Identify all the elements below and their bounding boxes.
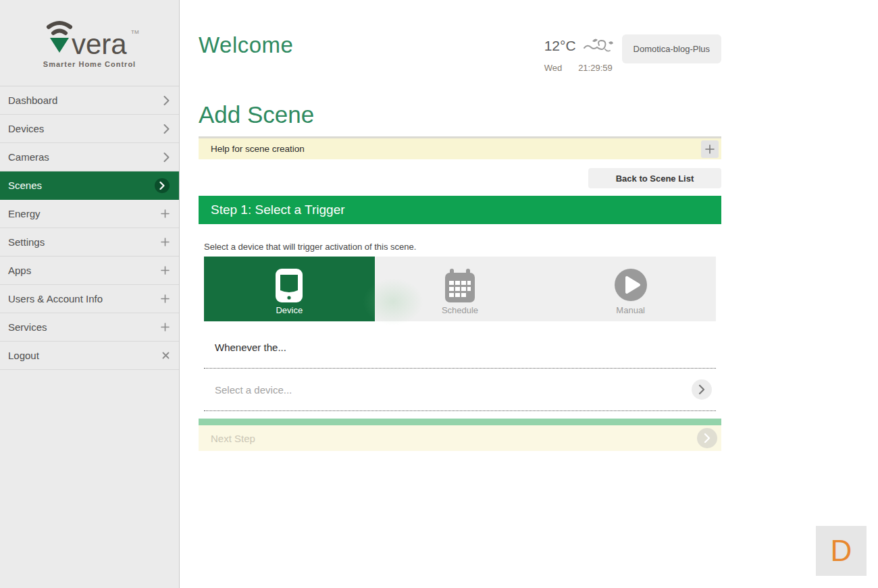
trigger-tile-label: Manual [616, 305, 645, 315]
sidebar-item-label: Apps [8, 265, 31, 276]
sidebar: vera TM Smarter Home Control Dashboard D… [0, 0, 180, 588]
plus-icon [161, 266, 170, 275]
sidebar-item-apps[interactable]: Apps [0, 257, 179, 285]
dotted-divider [204, 410, 716, 411]
step-instruction: Select a device that will trigger activa… [204, 242, 721, 252]
chevron-right-icon [163, 153, 170, 162]
sidebar-item-devices[interactable]: Devices [0, 115, 179, 143]
next-step-label: Next Step [211, 433, 255, 444]
sidebar-item-label: Devices [8, 123, 44, 134]
sidebar-item-label: Dashboard [8, 95, 57, 106]
chevron-right-icon [163, 124, 170, 134]
vera-tm: TM [131, 29, 139, 35]
page-title: Add Scene [199, 101, 721, 128]
sidebar-item-label: Users & Account Info [8, 293, 103, 304]
vera-logo: vera TM Smarter Home Control [0, 0, 179, 86]
sidebar-nav: Dashboard Devices Cameras Scenes Energy [0, 86, 179, 370]
step-header: Step 1: Select a Trigger [199, 196, 721, 224]
user-avatar[interactable]: D [816, 526, 867, 576]
avatar-initial: D [831, 534, 852, 568]
sidebar-item-label: Scenes [8, 180, 42, 191]
sidebar-item-energy[interactable]: Energy [0, 200, 179, 228]
clock-time: 21:29:59 [578, 63, 613, 73]
help-expand-button[interactable] [701, 140, 719, 158]
weather-info: 12°C Wed 21:29:59 [544, 34, 614, 73]
sidebar-item-settings[interactable]: Settings [0, 228, 179, 257]
header: Welcome 12°C Wed [199, 32, 721, 73]
sidebar-item-cameras[interactable]: Cameras [0, 143, 179, 171]
calendar-icon [443, 267, 477, 306]
temperature-value: 12°C [544, 38, 576, 54]
select-device-label: Select a device... [215, 384, 292, 396]
plus-icon [161, 209, 170, 218]
plus-icon [161, 294, 170, 303]
plus-icon [161, 323, 170, 331]
sidebar-item-scenes[interactable]: Scenes [0, 171, 179, 200]
next-step-row[interactable]: Next Step [199, 425, 721, 451]
sidebar-item-label: Energy [8, 208, 41, 219]
help-label: Help for scene creation [211, 144, 305, 154]
vera-tagline: Smarter Home Control [43, 60, 136, 68]
sidebar-item-services[interactable]: Services [0, 313, 179, 342]
chevron-right-circle-icon[interactable] [697, 428, 717, 448]
trigger-tile-schedule[interactable]: Schedule [375, 257, 546, 321]
sidebar-item-label: Services [8, 321, 47, 333]
trigger-type-tiles: Device Schedule [204, 257, 716, 321]
chevron-right-circle-icon [155, 178, 170, 193]
back-row: Back to Scene List [199, 168, 721, 188]
select-device-row[interactable]: Select a device... [204, 369, 716, 410]
vera-logo-icon: vera TM [39, 18, 140, 59]
sidebar-item-label: Cameras [8, 151, 49, 163]
help-bar[interactable]: Help for scene creation [199, 136, 721, 159]
chevron-right-circle-icon[interactable] [692, 379, 712, 400]
weather-widget: 12°C Wed 21:29:59 [544, 34, 721, 73]
play-circle-icon [613, 267, 648, 305]
controller-selector[interactable]: Domotica-blog-Plus [622, 34, 721, 63]
sidebar-item-label: Logout [8, 350, 39, 361]
chevron-right-icon [163, 96, 170, 105]
close-icon [162, 352, 170, 359]
device-tablet-icon [274, 267, 304, 306]
sidebar-item-logout[interactable]: Logout [0, 342, 179, 370]
sidebar-item-dashboard[interactable]: Dashboard [0, 86, 179, 115]
page-greeting: Welcome [199, 32, 293, 58]
main-content: Welcome 12°C Wed [199, 0, 721, 451]
trigger-tile-manual[interactable]: Manual [545, 257, 716, 321]
plus-icon [705, 144, 715, 154]
trigger-tile-label: Schedule [442, 305, 478, 315]
vera-wordmark: vera [72, 28, 127, 59]
whenever-label: Whenever the... [215, 342, 721, 353]
weekday-label: Wed [544, 63, 563, 73]
plus-icon [161, 238, 170, 246]
trigger-tile-device[interactable]: Device [204, 257, 375, 321]
back-to-scene-list-button[interactable]: Back to Scene List [588, 168, 721, 188]
sidebar-item-label: Settings [8, 236, 45, 248]
windy-swirl-icon [583, 34, 614, 57]
step-progress-bar [199, 419, 721, 425]
trigger-tile-label: Device [276, 305, 303, 315]
sidebar-item-users-account-info[interactable]: Users & Account Info [0, 285, 179, 313]
step-title: Step 1: Select a Trigger [211, 203, 345, 217]
